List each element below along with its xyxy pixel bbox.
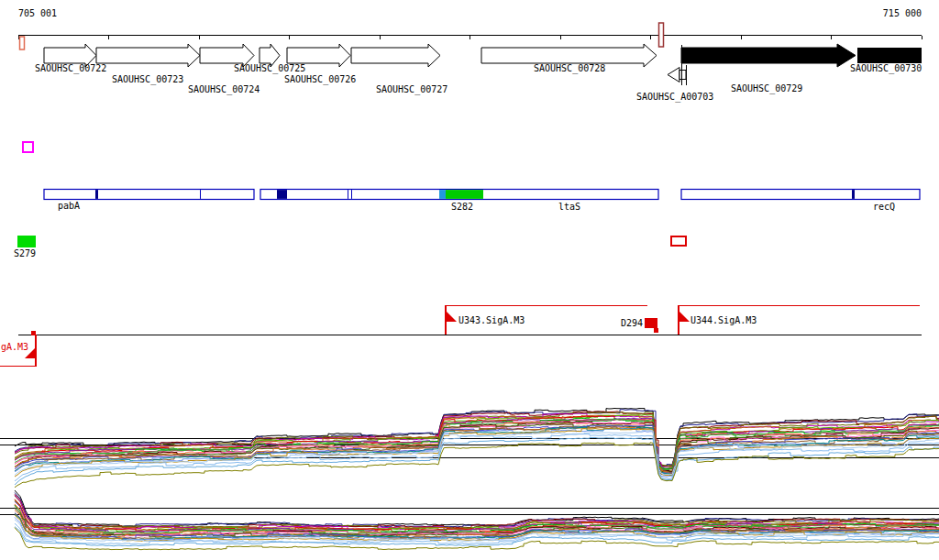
- flag-square[interactable]: [654, 328, 658, 333]
- flag-label: gA.M3: [1, 343, 28, 352]
- flag-triangle[interactable]: [679, 311, 690, 322]
- magenta-box[interactable]: [23, 142, 33, 152]
- flag-square[interactable]: [31, 331, 36, 335]
- ruler-marker-right[interactable]: [659, 23, 664, 47]
- gene-label: SAOUHSC_00726: [284, 75, 356, 84]
- region-feature[interactable]: [351, 190, 352, 199]
- region-feature[interactable]: [446, 190, 483, 199]
- region-label: S282: [451, 203, 473, 212]
- gene-arrow[interactable]: [857, 48, 922, 63]
- green-box-s279[interactable]: [17, 236, 36, 247]
- region-segment[interactable]: [681, 190, 920, 200]
- region-label: ltaS: [558, 203, 580, 212]
- region-feature[interactable]: [439, 190, 446, 199]
- legend-box-label: S279: [14, 249, 36, 258]
- gene-label: SAOUHSC_00729: [731, 84, 802, 93]
- gene-label: SAOUHSC_00723: [112, 75, 183, 84]
- gene-arrow-reverse-body[interactable]: [679, 71, 686, 80]
- region-feature[interactable]: [277, 190, 287, 199]
- flag-square[interactable]: [645, 318, 657, 328]
- gene-arrow[interactable]: [96, 44, 200, 67]
- gene-label: SAOUHSC_00725: [234, 64, 305, 73]
- flag-label: U343.SigA.M3: [458, 316, 525, 325]
- region-feature[interactable]: [95, 190, 98, 199]
- genome-browser-window: 705 001 715 000 SAOUHSC_00722SAOUHSC_007…: [0, 0, 939, 560]
- region-label: recQ: [873, 203, 895, 212]
- gene-arrow-reverse[interactable]: [668, 68, 679, 82]
- flag-label: U344.SigA.M3: [690, 316, 757, 325]
- gene-label: SAOUHSC_00722: [35, 64, 106, 73]
- red-box[interactable]: [671, 236, 686, 246]
- ruler-marker-left[interactable]: [20, 37, 25, 49]
- region-feature[interactable]: [200, 190, 201, 199]
- gene-label: SAOUHSC_00728: [534, 64, 605, 73]
- region-label: pabA: [58, 202, 80, 211]
- gene-arrow[interactable]: [681, 44, 856, 67]
- flag-triangle[interactable]: [446, 311, 457, 322]
- region-feature[interactable]: [348, 190, 348, 199]
- gene-label: SAOUHSC_00727: [376, 85, 447, 94]
- gene-label: SAOUHSC_00724: [188, 85, 260, 94]
- region-segment[interactable]: [44, 190, 254, 200]
- gene-label: SAOUHSC_A00703: [636, 93, 713, 102]
- region-feature[interactable]: [852, 190, 855, 199]
- gene-arrow[interactable]: [351, 44, 440, 67]
- flag-label: D294: [621, 319, 643, 328]
- gene-label: SAOUHSC_00730: [850, 64, 922, 73]
